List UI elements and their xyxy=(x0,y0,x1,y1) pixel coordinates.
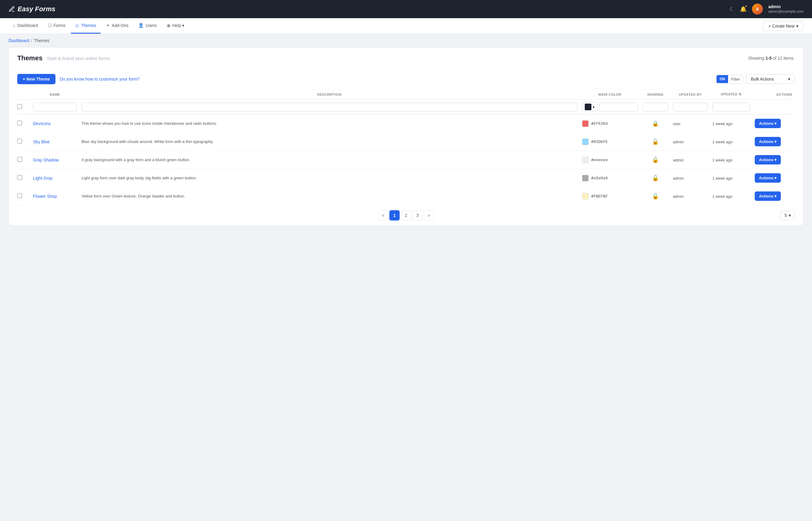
row-desc-cell: Blue sky background with clouds around. … xyxy=(79,133,580,151)
theme-description: Light gray form over dark gray body, big… xyxy=(82,176,197,180)
sharing-filter-select[interactable]: Locked Unlocked xyxy=(642,103,668,111)
nav-items: ⌂ Dashboard ☑ Forms ◎ Themes ✦ Add-Ons 👤… xyxy=(8,18,188,33)
theme-name-link[interactable]: Flower Shop xyxy=(33,194,57,199)
theme-description: This theme shows you how to use icons in… xyxy=(82,121,217,126)
table-row: Sky Blue Blue sky background with clouds… xyxy=(17,133,795,151)
bell-icon[interactable]: 🔔 xyxy=(740,6,747,13)
pagination-prev[interactable]: « xyxy=(378,210,388,221)
color-hex: #a9a9a9 xyxy=(591,176,608,180)
card-title-group: Themes Style & brand your online forms xyxy=(17,54,110,62)
themes-card: Themes Style & brand your online forms S… xyxy=(8,47,804,226)
col-header-check xyxy=(17,89,30,100)
row-desc-cell: Light gray form over dark gray body, big… xyxy=(79,169,580,187)
nav-forms[interactable]: ☑ Forms xyxy=(44,18,70,33)
table-body: DevIcons This theme shows you how to use… xyxy=(17,114,795,205)
row-checkbox[interactable] xyxy=(17,175,22,180)
col-header-sharing: SHARING xyxy=(640,89,671,100)
customize-link[interactable]: Do you know how to customize your form? xyxy=(60,77,140,82)
nav-addons[interactable]: ✦ Add-Ons xyxy=(102,18,133,33)
row-desc-cell: This theme shows you how to use icons in… xyxy=(79,114,580,133)
per-page-selector[interactable]: 5 ▾ xyxy=(781,211,795,220)
filter-toggle[interactable]: ON Filter xyxy=(716,75,743,84)
toolbar-right: ON Filter Bulk Actions ▾ xyxy=(716,74,795,84)
nav-themes-label: Themes xyxy=(81,23,96,28)
actions-button[interactable]: Actions ▾ xyxy=(755,137,781,146)
nav-users[interactable]: 👤 Users xyxy=(134,18,161,33)
updatedby-filter-input[interactable] xyxy=(673,103,707,111)
color-hex-filter-input[interactable] xyxy=(599,103,638,111)
row-updatedby-cell: admin xyxy=(671,133,710,151)
row-color-cell: #a9a9a9 xyxy=(580,169,640,187)
pagination-bar: « 1 2 3 » 5 ▾ xyxy=(9,205,803,225)
theme-name-link[interactable]: Sky Blue xyxy=(33,139,50,144)
unlock-icon: 🔓 xyxy=(652,139,659,145)
filter-color-cell: ▾ xyxy=(580,100,640,114)
row-name-cell: Light Gray xyxy=(30,169,79,187)
row-updatedby-cell: user xyxy=(671,114,710,133)
row-checkbox[interactable] xyxy=(17,120,22,126)
filter-desc-cell xyxy=(79,100,580,114)
pagination-next[interactable]: » xyxy=(424,210,434,221)
updated: 1 week ago xyxy=(712,158,732,162)
desc-filter-input[interactable] xyxy=(82,103,577,111)
updated: 1 week ago xyxy=(712,121,732,126)
bulk-actions-button[interactable]: Bulk Actions ▾ xyxy=(746,74,795,84)
themes-table: NAME DESCRIPTION MAIN COLOR SHARING UPDA xyxy=(17,89,795,205)
filter-actions-cell xyxy=(752,100,795,114)
row-color-cell: #EF6364 xyxy=(580,114,640,133)
row-name-cell: Sky Blue xyxy=(30,133,79,151)
color-filter-chevron[interactable]: ▾ xyxy=(593,105,595,109)
row-sharing-cell: 🔓 xyxy=(640,151,671,169)
new-theme-button[interactable]: + New Theme xyxy=(17,74,55,84)
filter-updatedby-cell xyxy=(671,100,710,114)
breadcrumb-parent[interactable]: Dashboard xyxy=(8,38,29,43)
filter-updated-cell xyxy=(710,100,752,114)
notif-dot xyxy=(745,5,747,7)
create-new-chevron: ▾ xyxy=(796,24,798,28)
table-row: DevIcons This theme shows you how to use… xyxy=(17,114,795,133)
help-icon: ◉ xyxy=(167,23,171,28)
new-theme-label: + New Theme xyxy=(23,77,50,82)
pagination-page-2[interactable]: 2 xyxy=(401,210,411,221)
actions-button[interactable]: Actions ▾ xyxy=(755,173,781,183)
nav-help[interactable]: ◉ Help ▾ xyxy=(162,18,189,33)
theme-name-link[interactable]: Light Gray xyxy=(33,176,53,181)
filter-label: Filter xyxy=(728,75,743,83)
row-checkbox[interactable] xyxy=(17,139,22,143)
updated: 1 week ago xyxy=(712,140,732,144)
color-filter-swatch[interactable]: ▾ xyxy=(582,102,597,112)
row-name-cell: Flower Shop xyxy=(30,187,79,205)
pagination-page-3[interactable]: 3 xyxy=(412,210,423,221)
moon-icon[interactable]: ☾ xyxy=(729,6,735,13)
select-all-checkbox[interactable] xyxy=(17,104,22,109)
forms-icon: ☑ xyxy=(48,23,52,28)
color-box xyxy=(585,104,591,110)
nav-themes[interactable]: ◎ Themes xyxy=(71,18,100,33)
actions-button[interactable]: Actions ▾ xyxy=(755,155,781,164)
sort-icon[interactable]: ⇅ xyxy=(739,92,742,96)
create-new-button[interactable]: + Create New ▾ xyxy=(763,21,804,31)
actions-button[interactable]: Actions ▾ xyxy=(755,191,781,201)
theme-name-link[interactable]: Gray Shadow xyxy=(33,158,59,162)
row-checkbox[interactable] xyxy=(17,193,22,198)
topbar-right: ☾ 🔔 A admin admin@example.com xyxy=(729,4,804,15)
card-header: Themes Style & brand your online forms S… xyxy=(9,48,803,69)
nav-dashboard[interactable]: ⌂ Dashboard xyxy=(8,18,42,33)
row-updated-cell: 1 week ago xyxy=(710,187,752,205)
lock-icon: 🔒 xyxy=(652,120,659,127)
row-checkbox[interactable] xyxy=(17,157,22,162)
name-filter-input[interactable] xyxy=(33,103,77,111)
updated-filter-input[interactable] xyxy=(712,103,750,111)
pagination-page-1[interactable]: 1 xyxy=(389,210,400,221)
actions-button[interactable]: Actions ▾ xyxy=(755,119,781,128)
app-logo: Easy Forms xyxy=(8,5,55,13)
theme-name-link[interactable]: DevIcons xyxy=(33,121,51,126)
updated-by: admin xyxy=(673,176,683,181)
updated-by: admin xyxy=(673,194,683,199)
username: admin xyxy=(768,4,804,9)
row-updated-cell: 1 week ago xyxy=(710,169,752,187)
color-hex: #FBEFBF xyxy=(591,194,608,198)
nav-addons-label: Add-Ons xyxy=(112,23,129,28)
avatar[interactable]: A xyxy=(752,4,763,15)
col-header-description: DESCRIPTION xyxy=(79,89,580,100)
